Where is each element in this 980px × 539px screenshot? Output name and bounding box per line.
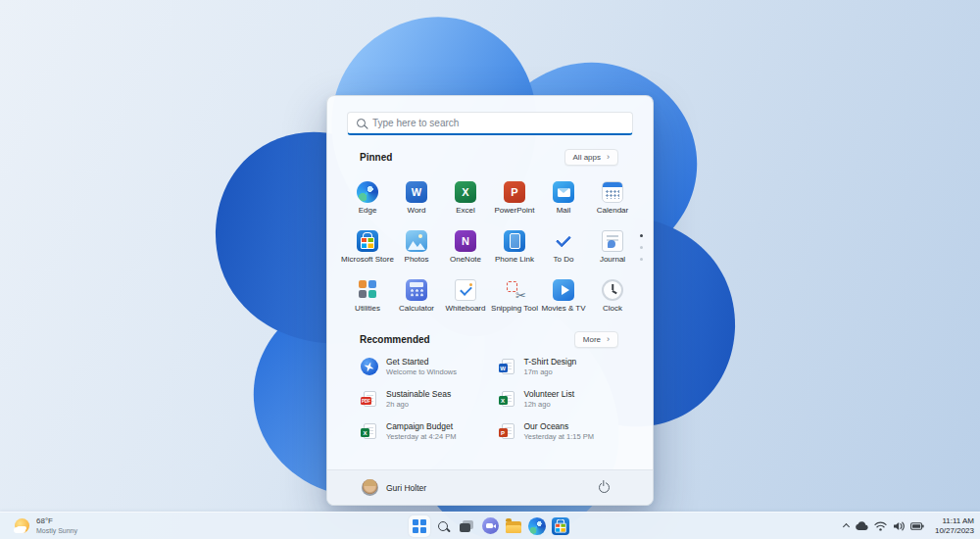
phone-link-icon bbox=[504, 230, 525, 252]
recommended-title: Recommended bbox=[360, 334, 430, 345]
pdf-document-icon bbox=[364, 391, 376, 407]
pinned-app-excel[interactable]: Excel bbox=[441, 176, 490, 225]
recommended-item-subtitle: 2h ago bbox=[386, 400, 451, 409]
app-label: Photos bbox=[405, 256, 429, 264]
tray-time: 11:11 AM bbox=[935, 516, 974, 526]
pinned-pagination[interactable] bbox=[640, 234, 643, 261]
page-dot-active[interactable] bbox=[640, 234, 643, 237]
start-button[interactable] bbox=[409, 515, 430, 537]
recommended-item-title: Sustainable Seas bbox=[386, 389, 451, 400]
battery-icon[interactable] bbox=[910, 522, 924, 530]
app-label: Phone Link bbox=[495, 256, 534, 264]
snipping-tool-icon bbox=[504, 279, 525, 301]
recommended-item-title: Get Started bbox=[386, 357, 457, 368]
app-label: To Do bbox=[554, 256, 574, 264]
app-label: Excel bbox=[456, 207, 475, 215]
page-dot[interactable] bbox=[640, 246, 643, 249]
pinned-app-calendar[interactable]: Calendar bbox=[588, 176, 637, 225]
pinned-app-powerpoint[interactable]: PowerPoint bbox=[490, 176, 539, 225]
edge-taskbar-button[interactable] bbox=[526, 515, 548, 537]
pinned-app-calculator[interactable]: Calculator bbox=[392, 274, 441, 323]
app-label: PowerPoint bbox=[495, 207, 535, 215]
power-button[interactable] bbox=[594, 478, 613, 498]
app-label: Edge bbox=[359, 207, 377, 215]
recommended-item-sustainable-seas[interactable]: Sustainable Seas 2h ago bbox=[360, 387, 498, 411]
taskbar: 68°F Mostly Sunny bbox=[0, 512, 980, 539]
search-icon bbox=[357, 119, 366, 127]
pinned-app-word[interactable]: Word bbox=[392, 176, 441, 225]
clock-icon bbox=[602, 279, 623, 301]
recommended-item-our-oceans[interactable]: Our Oceans Yesterday at 1:15 PM bbox=[498, 419, 636, 443]
tray-date: 10/27/2023 bbox=[935, 526, 974, 536]
recommended-item-volunteer-list[interactable]: Volunteer List 12h ago bbox=[498, 387, 636, 411]
word-icon bbox=[406, 181, 427, 203]
recommended-item-get-started[interactable]: Get Started Welcome to Windows bbox=[360, 355, 498, 378]
recommended-item-tshirt-design[interactable]: T-Shirt Design 17m ago bbox=[498, 355, 636, 378]
pinned-app-utilities[interactable]: Utilities bbox=[343, 274, 392, 323]
pinned-app-journal[interactable]: Journal bbox=[588, 225, 637, 274]
app-label: Journal bbox=[600, 256, 625, 264]
chat-button[interactable] bbox=[479, 515, 501, 537]
pinned-app-to-do[interactable]: To Do bbox=[539, 225, 588, 274]
weather-widget[interactable]: 68°F Mostly Sunny bbox=[8, 513, 83, 539]
app-label: Snipping Tool bbox=[491, 305, 538, 313]
word-document-icon bbox=[502, 359, 514, 374]
pinned-app-mail[interactable]: Mail bbox=[539, 176, 588, 225]
pinned-app-whiteboard[interactable]: Whiteboard bbox=[441, 274, 490, 323]
onedrive-cloud-icon[interactable] bbox=[855, 521, 868, 531]
calendar-icon bbox=[602, 181, 623, 203]
search-input[interactable] bbox=[372, 118, 623, 128]
recommended-item-subtitle: Yesterday at 4:24 PM bbox=[386, 432, 456, 441]
pinned-app-phone-link[interactable]: Phone Link bbox=[490, 225, 539, 274]
app-label: OneNote bbox=[450, 256, 481, 264]
wifi-icon[interactable] bbox=[874, 521, 887, 531]
pinned-app-snipping-tool[interactable]: Snipping Tool bbox=[490, 274, 539, 323]
pinned-app-clock[interactable]: Clock bbox=[588, 274, 637, 323]
pinned-app-photos[interactable]: Photos bbox=[392, 225, 441, 274]
recommended-item-subtitle: 17m ago bbox=[524, 368, 577, 376]
taskbar-center-icons bbox=[409, 513, 571, 539]
taskbar-search-button[interactable] bbox=[432, 515, 454, 537]
task-view-button[interactable] bbox=[456, 515, 477, 537]
recommended-item-subtitle: 12h ago bbox=[524, 400, 575, 409]
powerpoint-document-icon bbox=[502, 423, 514, 439]
pinned-app-microsoft-store[interactable]: Microsoft Store bbox=[343, 225, 392, 274]
pinned-app-edge[interactable]: Edge bbox=[343, 176, 392, 225]
microsoft-store-icon bbox=[552, 516, 569, 534]
pinned-app-movies-tv[interactable]: Movies & TV bbox=[539, 274, 588, 323]
recommended-item-campaign-budget[interactable]: Campaign Budget Yesterday at 4:24 PM bbox=[360, 419, 498, 443]
photos-icon bbox=[406, 230, 427, 252]
pinned-header: Pinned All apps › bbox=[360, 149, 618, 166]
page-dot[interactable] bbox=[640, 258, 643, 261]
microsoft-store-icon bbox=[357, 230, 378, 252]
search-box[interactable] bbox=[347, 112, 633, 135]
to-do-icon bbox=[553, 230, 574, 252]
whiteboard-icon bbox=[455, 279, 476, 301]
app-label: Movies & TV bbox=[541, 305, 585, 313]
file-explorer-button[interactable] bbox=[503, 515, 524, 537]
pinned-app-onenote[interactable]: OneNote bbox=[441, 225, 490, 274]
store-taskbar-button[interactable] bbox=[550, 515, 571, 537]
task-view-icon bbox=[460, 520, 473, 532]
mail-icon bbox=[553, 181, 574, 203]
movies-tv-icon bbox=[553, 279, 574, 301]
tray-clock[interactable]: 11:11 AM 10/27/2023 bbox=[935, 516, 974, 536]
pinned-apps-grid: Edge Word Excel PowerPoint Mail Calendar… bbox=[343, 176, 639, 323]
all-apps-button[interactable]: All apps › bbox=[564, 149, 618, 166]
app-label: Clock bbox=[603, 305, 622, 313]
get-started-icon bbox=[361, 358, 378, 375]
calculator-icon bbox=[406, 279, 427, 301]
app-label: Calculator bbox=[399, 305, 434, 313]
volume-icon[interactable] bbox=[893, 521, 905, 531]
user-avatar[interactable] bbox=[362, 479, 378, 496]
recommended-grid: Get Started Welcome to Windows T-Shirt D… bbox=[360, 355, 635, 443]
app-label: Calendar bbox=[597, 207, 628, 215]
user-name[interactable]: Guri Holter bbox=[386, 483, 426, 493]
weather-condition: Mostly Sunny bbox=[36, 526, 77, 535]
more-button[interactable]: More › bbox=[574, 331, 618, 348]
recommended-item-title: T-Shirt Design bbox=[524, 357, 577, 368]
recommended-item-title: Volunteer List bbox=[524, 389, 575, 400]
recommended-header: Recommended More › bbox=[360, 331, 618, 348]
weather-temp: 68°F bbox=[36, 516, 77, 526]
tray-overflow-chevron-icon[interactable] bbox=[843, 523, 850, 530]
